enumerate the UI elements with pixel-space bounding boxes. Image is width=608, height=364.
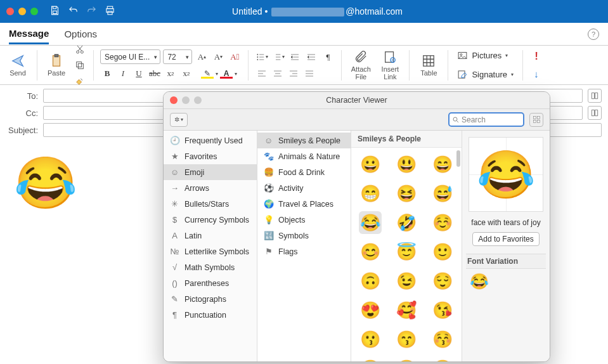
bullets-button[interactable]: ▾	[255, 50, 269, 64]
cv-subcategory-item[interactable]: 💡Objects	[257, 212, 351, 228]
grow-font-icon[interactable]: A▴	[195, 50, 209, 64]
justify-button[interactable]	[302, 67, 316, 81]
cv-category-item[interactable]: ✎Pictographs	[164, 291, 257, 307]
cv-search-input[interactable]: Search	[448, 112, 524, 127]
cc-contacts-button[interactable]	[588, 106, 602, 120]
high-importance-icon[interactable]: !	[529, 49, 543, 63]
cv-category-item[interactable]: →Arrows	[164, 180, 257, 196]
emoji-cell[interactable]: 😙	[395, 328, 418, 351]
cv-category-item[interactable]: ()Parentheses	[164, 275, 257, 291]
maximize-window-button[interactable]	[30, 8, 38, 15]
copy-icon[interactable]	[73, 58, 87, 72]
emoji-cell[interactable]: 😀	[359, 153, 382, 176]
font-name-select[interactable]: Segoe UI E...	[100, 49, 160, 64]
cv-category-item[interactable]: ★Favorites	[164, 148, 257, 164]
font-color-dropdown[interactable]: ▾	[235, 71, 237, 77]
highlight-color-button[interactable]: ✎	[201, 69, 214, 79]
shrink-font-icon[interactable]: A▾	[211, 50, 225, 64]
strikethrough-button[interactable]: abc	[148, 67, 162, 81]
emoji-cell[interactable]: 😁	[359, 182, 382, 205]
emoji-cell[interactable]: 😛	[395, 357, 418, 361]
emoji-cell[interactable]: 😘	[431, 299, 454, 322]
emoji-cell[interactable]: 😉	[395, 270, 418, 292]
format-painter-icon[interactable]	[73, 74, 87, 88]
bold-button[interactable]: B	[100, 67, 114, 81]
pictures-button[interactable]: Pictures▾	[455, 48, 516, 63]
insert-link-button[interactable]: Insert Link	[377, 49, 403, 82]
cv-category-item[interactable]: №Letterlike Symbols	[164, 244, 257, 259]
emoji-cell[interactable]: 😌	[431, 270, 454, 292]
cv-subcategory-item[interactable]: 🌍Travel & Places	[257, 196, 351, 212]
cv-subcategory-item[interactable]: 🍔Food & Drink	[257, 164, 351, 180]
font-color-button[interactable]: A	[220, 69, 233, 79]
add-to-favorites-button[interactable]: Add to Favorites	[472, 232, 539, 246]
cv-subcategory-item[interactable]: 🐾Animals & Nature	[257, 148, 351, 164]
superscript-button[interactable]: x2	[179, 67, 193, 81]
increase-indent-button[interactable]	[304, 50, 318, 64]
align-left-button[interactable]	[255, 67, 269, 81]
cv-zoom-button[interactable]	[194, 96, 202, 104]
align-center-button[interactable]	[271, 67, 285, 81]
save-icon[interactable]	[49, 5, 60, 18]
cv-category-item[interactable]: 🕘Frequently Used	[164, 133, 257, 148]
emoji-cell[interactable]: 😅	[431, 182, 454, 205]
minimize-window-button[interactable]	[18, 8, 26, 15]
help-icon[interactable]: ?	[588, 29, 599, 40]
redo-icon[interactable]	[86, 5, 97, 18]
highlight-color-dropdown[interactable]: ▾	[216, 71, 218, 77]
send-button[interactable]: Send	[5, 49, 30, 82]
cv-subcategory-item[interactable]: ☺Smileys & People	[257, 133, 351, 148]
table-button[interactable]: Table	[416, 49, 441, 82]
signature-button[interactable]: Signature▾	[455, 67, 516, 82]
cv-emoji-grid-scroll[interactable]: 😀😃😄😁😆😅😂🤣☺️😊😇🙂🙃😉😌😍🥰😘😗😙😚😋😛😝🤪😜🤑	[351, 148, 462, 361]
italic-button[interactable]: I	[116, 67, 130, 81]
tab-message[interactable]: Message	[9, 24, 49, 44]
underline-button[interactable]: U	[132, 67, 146, 81]
emoji-cell[interactable]: 😋	[359, 357, 382, 361]
paste-button[interactable]: Paste	[44, 49, 69, 82]
cv-subcategory-item[interactable]: 🔣Symbols	[257, 228, 351, 244]
emoji-cell[interactable]: 😗	[359, 328, 382, 351]
attach-file-button[interactable]: Attach File	[348, 49, 373, 82]
emoji-cell[interactable]: 🙂	[431, 240, 454, 263]
clear-formatting-icon[interactable]: A⃠	[228, 50, 242, 64]
cut-icon[interactable]	[73, 42, 87, 56]
undo-icon[interactable]	[68, 5, 79, 18]
cv-category-item[interactable]: √Math Symbols	[164, 259, 257, 275]
emoji-cell[interactable]: 😂	[359, 211, 382, 234]
emoji-cell[interactable]: 🙃	[359, 270, 382, 292]
scrollbar-thumb[interactable]	[456, 150, 460, 167]
font-variation-emoji[interactable]: 😂	[466, 269, 546, 294]
emoji-cell[interactable]: 🥰	[395, 299, 418, 322]
cv-minimize-button[interactable]	[182, 96, 190, 104]
tab-options[interactable]: Options	[64, 25, 97, 43]
low-importance-icon[interactable]: ↓	[529, 67, 543, 81]
cv-close-button[interactable]	[170, 96, 178, 104]
numbering-button[interactable]: ▾	[271, 50, 285, 64]
emoji-cell[interactable]: ☺️	[431, 211, 454, 234]
cv-category-item[interactable]: ALatin	[164, 228, 257, 244]
cv-gridview-button[interactable]	[529, 113, 543, 127]
align-right-button[interactable]	[287, 67, 301, 81]
emoji-cell[interactable]: 😄	[431, 153, 454, 176]
cv-category-item[interactable]: ¶Punctuation	[164, 307, 257, 323]
print-icon[interactable]	[105, 5, 115, 18]
cv-category-item[interactable]: ✳Bullets/Stars	[164, 196, 257, 212]
cv-subcategory-item[interactable]: ⚑Flags	[257, 244, 351, 259]
emoji-cell[interactable]: 😝	[431, 357, 454, 361]
decrease-indent-button[interactable]	[288, 50, 302, 64]
cv-settings-button[interactable]: ✲▾	[170, 113, 188, 127]
cv-category-item[interactable]: ☺Emoji	[164, 164, 257, 180]
emoji-cell[interactable]: 🤣	[395, 211, 418, 234]
emoji-cell[interactable]: 😇	[395, 240, 418, 263]
close-window-button[interactable]	[6, 8, 14, 15]
emoji-cell[interactable]: 😃	[395, 153, 418, 176]
emoji-cell[interactable]: 😍	[359, 299, 382, 322]
subscript-button[interactable]: x2	[164, 67, 178, 81]
font-size-select[interactable]: 72	[163, 49, 192, 64]
cv-subcategory-item[interactable]: ⚽Activity	[257, 180, 351, 196]
emoji-cell[interactable]: 😊	[359, 240, 382, 263]
show-marks-button[interactable]: ¶	[321, 50, 335, 64]
emoji-cell[interactable]: 😆	[395, 182, 418, 205]
emoji-cell[interactable]: 😚	[431, 328, 454, 351]
